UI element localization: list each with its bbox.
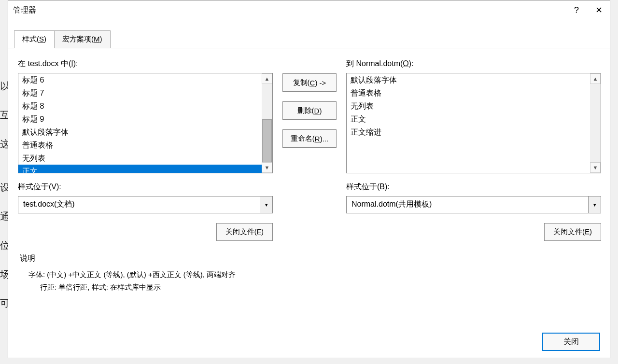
copy-button[interactable]: 复制(C) -> bbox=[282, 73, 337, 92]
rename-button[interactable]: 重命名(R)... bbox=[282, 129, 337, 148]
close-button[interactable]: 关闭 bbox=[542, 333, 600, 351]
dialog-footer: 关闭 bbox=[542, 333, 600, 351]
list-item[interactable]: 默认段落字体 bbox=[18, 126, 262, 139]
right-location-label: 样式位于(B): bbox=[346, 182, 601, 192]
scroll-down-icon[interactable]: ▼ bbox=[262, 162, 272, 173]
right-column: 到 Normal.dotm(O): 默认段落字体普通表格无列表正文正文缩进 ▲ … bbox=[346, 59, 601, 241]
close-icon[interactable]: ✕ bbox=[588, 0, 610, 20]
scroll-track[interactable] bbox=[262, 84, 272, 162]
list-item[interactable]: 标题 9 bbox=[18, 112, 262, 126]
right-scrollbar[interactable]: ▲ ▼ bbox=[590, 73, 601, 173]
left-column: 在 test.docx 中(I): 标题 6标题 7标题 8标题 9默认段落字体… bbox=[18, 59, 273, 241]
delete-button[interactable]: 删除(D) bbox=[282, 101, 337, 120]
description-line-1: 字体: (中文) +中文正文 (等线), (默认) +西文正文 (等线), 两端… bbox=[20, 268, 598, 281]
right-location-combobox[interactable]: Normal.dotm(共用模板) ▾ bbox=[346, 196, 601, 213]
dialog-title: 管理器 bbox=[13, 5, 565, 15]
titlebar-controls: ? ✕ bbox=[565, 0, 610, 20]
list-item[interactable]: 标题 6 bbox=[18, 73, 262, 86]
right-styles-listbox[interactable]: 默认段落字体普通表格无列表正文正文缩进 ▲ ▼ bbox=[346, 73, 601, 173]
list-item[interactable]: 默认段落字体 bbox=[347, 73, 590, 86]
description-line-2: 行距: 单倍行距, 样式: 在样式库中显示 bbox=[20, 281, 598, 294]
tab-bar: 样式(S) 宏方案项(M) bbox=[14, 30, 610, 48]
help-button[interactable]: ? bbox=[565, 0, 588, 20]
scroll-down-icon[interactable]: ▼ bbox=[590, 162, 601, 173]
list-item[interactable]: 无列表 bbox=[18, 152, 262, 165]
list-item[interactable]: 正文缩进 bbox=[347, 126, 590, 139]
dialog-titlebar: 管理器 ? ✕ bbox=[8, 0, 610, 20]
left-location-label: 样式位于(V): bbox=[18, 182, 273, 192]
left-styles-listbox[interactable]: 标题 6标题 7标题 8标题 9默认段落字体普通表格无列表正文 ▲ ▼ bbox=[18, 73, 273, 173]
left-scrollbar[interactable]: ▲ ▼ bbox=[262, 73, 272, 173]
list-item[interactable]: 普通表格 bbox=[18, 139, 262, 152]
scroll-track[interactable] bbox=[590, 84, 601, 162]
scroll-thumb[interactable] bbox=[262, 119, 272, 162]
organizer-dialog: 管理器 ? ✕ 样式(S) 宏方案项(M) 在 test.docx 中(I): … bbox=[8, 0, 610, 358]
left-location-combobox[interactable]: test.docx(文档) ▾ bbox=[18, 196, 273, 213]
list-item[interactable]: 正文 bbox=[18, 165, 262, 173]
left-location-value: test.docx(文档) bbox=[18, 196, 260, 213]
tab-macros[interactable]: 宏方案项(M) bbox=[54, 30, 111, 48]
scroll-up-icon[interactable]: ▲ bbox=[590, 73, 601, 84]
list-item[interactable]: 无列表 bbox=[347, 99, 590, 112]
chevron-down-icon[interactable]: ▾ bbox=[588, 196, 601, 213]
right-list-label: 到 Normal.dotm(O): bbox=[346, 59, 601, 69]
left-close-file-button[interactable]: 关闭文件(F) bbox=[216, 223, 273, 241]
scroll-up-icon[interactable]: ▲ bbox=[262, 73, 272, 84]
right-close-file-button[interactable]: 关闭文件(E) bbox=[544, 223, 601, 241]
list-item[interactable]: 正文 bbox=[347, 112, 590, 126]
description-label: 说明 bbox=[20, 253, 598, 264]
left-list-label: 在 test.docx 中(I): bbox=[18, 59, 273, 69]
list-item[interactable]: 标题 7 bbox=[18, 86, 262, 99]
action-column: 复制(C) -> 删除(D) 重命名(R)... bbox=[279, 59, 340, 148]
right-location-value: Normal.dotm(共用模板) bbox=[347, 196, 588, 213]
chevron-down-icon[interactable]: ▾ bbox=[260, 196, 272, 213]
tab-styles[interactable]: 样式(S) bbox=[14, 30, 55, 48]
tab-content: 在 test.docx 中(I): 标题 6标题 7标题 8标题 9默认段落字体… bbox=[8, 48, 610, 298]
list-item[interactable]: 标题 8 bbox=[18, 99, 262, 112]
description-section: 说明 字体: (中文) +中文正文 (等线), (默认) +西文正文 (等线),… bbox=[18, 253, 600, 294]
list-item[interactable]: 普通表格 bbox=[347, 86, 590, 99]
